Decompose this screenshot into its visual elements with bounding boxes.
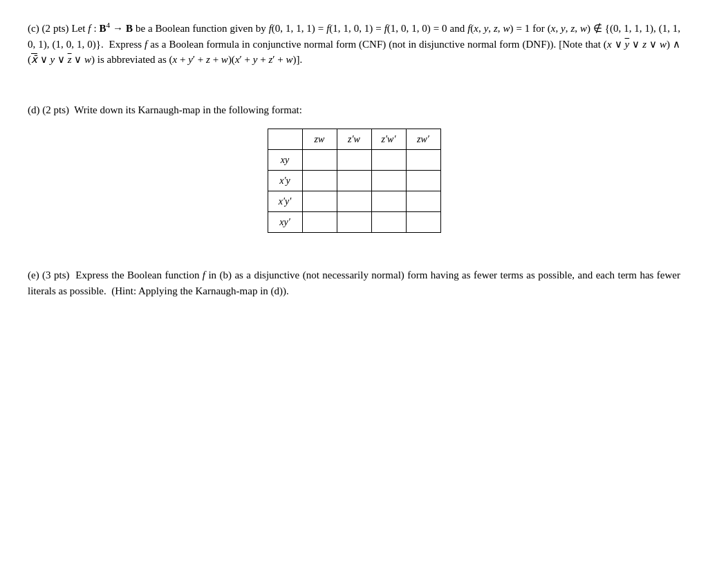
- karnaugh-map-container: zw z′w z′w′ zw′ xy x′y: [28, 129, 680, 233]
- table-row: x′y: [268, 171, 440, 191]
- table-row: x′y′: [268, 191, 440, 212]
- row-label-xyp: xy′: [268, 212, 302, 233]
- col-header-zw: zw: [302, 129, 337, 150]
- section-d-text: (d) (2 pts) Write down its Karnaugh-map …: [28, 102, 680, 118]
- cell-xpy-zw: [302, 171, 337, 191]
- table-row: xy′: [268, 212, 440, 233]
- cell-xpyp-zw: [302, 191, 337, 212]
- cell-xpyp-zwp: [406, 191, 440, 212]
- section-d: (d) (2 pts) Write down its Karnaugh-map …: [28, 102, 680, 234]
- row-label-xpyp: x′y′: [268, 191, 302, 212]
- col-header-zpwp: z′w′: [371, 129, 406, 150]
- cell-xpyp-zpwp: [371, 191, 406, 212]
- corner-cell: [268, 129, 302, 150]
- section-c: (c) (2 pts) Let f : B4 → B be a Boolean …: [28, 21, 680, 68]
- row-label-xpy: x′y: [268, 171, 302, 191]
- cell-xpyp-zpw: [337, 191, 371, 212]
- section-e-text: (e) (3 pts) Express the Boolean function…: [28, 267, 680, 298]
- cell-xy-zpwp: [371, 150, 406, 171]
- cell-xyp-zpw: [337, 212, 371, 233]
- karnaugh-map: zw z′w z′w′ zw′ xy x′y: [268, 129, 441, 233]
- cell-xpy-zwp: [406, 171, 440, 191]
- cell-xy-zwp: [406, 150, 440, 171]
- section-e: (e) (3 pts) Express the Boolean function…: [28, 267, 680, 298]
- cell-xy-zw: [302, 150, 337, 171]
- cell-xyp-zw: [302, 212, 337, 233]
- cell-xpy-zpw: [337, 171, 371, 191]
- col-header-zpw: z′w: [337, 129, 371, 150]
- table-row: xy: [268, 150, 440, 171]
- row-label-xy: xy: [268, 150, 302, 171]
- col-header-zwp: zw′: [406, 129, 440, 150]
- cell-xpy-zpwp: [371, 171, 406, 191]
- cell-xyp-zwp: [406, 212, 440, 233]
- section-c-text: (c) (2 pts) Let f : B4 → B be a Boolean …: [28, 21, 680, 68]
- cell-xyp-zpwp: [371, 212, 406, 233]
- cell-xy-zpw: [337, 150, 371, 171]
